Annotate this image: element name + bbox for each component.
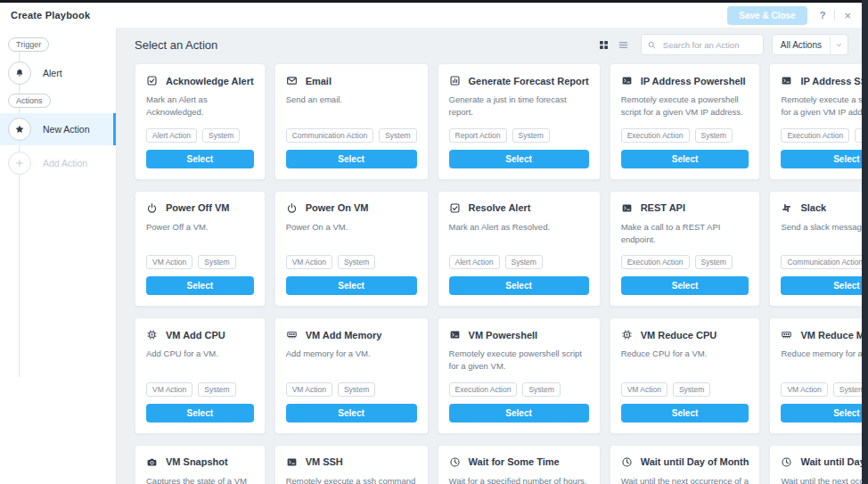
select-button[interactable]: Select (621, 150, 749, 168)
action-card-title: VM Snapshot (166, 456, 228, 467)
window-top-edge (0, 0, 868, 3)
sidebar-item-label: Alert (43, 68, 62, 78)
action-selection-panel: Select an Action All Actions (117, 28, 862, 484)
sidebar-item-alert[interactable]: Alert (0, 57, 116, 89)
action-card: Wait for Some Time Wait for a specified … (438, 445, 601, 484)
action-card-description: Remotely execute a ssh command for a giv… (781, 94, 862, 119)
select-button[interactable]: Select (286, 150, 417, 168)
action-card-tags: VM ActionSystem (781, 373, 862, 397)
tag-badge: Execution Action (621, 128, 690, 143)
power-icon (146, 202, 158, 214)
tag-badge: Report Action (449, 128, 507, 143)
action-card: Power Off VM Power Off a VM. VM ActionSy… (135, 191, 266, 308)
action-card-description: Wait until the next occurrence of a spec… (621, 475, 749, 484)
grid-view-icon[interactable] (598, 39, 610, 51)
tag-badge: System (505, 255, 543, 269)
help-button[interactable]: ? (820, 10, 826, 21)
select-button[interactable]: Select (146, 150, 254, 168)
action-card-title: Wait until Day of Month (641, 456, 749, 467)
camera-icon (146, 456, 158, 468)
action-card-description: Remotely execute a ssh command for a giv… (286, 475, 417, 484)
section-title: Select an Action (135, 38, 217, 52)
action-card-tags: Execution ActionSystem (621, 119, 749, 143)
action-card: Acknowledge Alert Mark an Alert as Ackno… (135, 63, 266, 180)
action-card-title: IP Address Powershell (641, 76, 746, 86)
action-card: Wait until Day Of Week Wait until the ne… (769, 445, 862, 484)
toolbar: All Actions (598, 34, 848, 55)
tag-badge: System (695, 255, 733, 269)
envelope-icon (286, 75, 298, 86)
action-card-tags: VM ActionSystem (146, 246, 254, 269)
select-button[interactable]: Select (286, 404, 417, 422)
action-card: REST API Make a call to a REST API endpo… (610, 191, 761, 308)
select-button[interactable]: Select (781, 404, 862, 422)
tag-badge: System (855, 128, 862, 143)
tag-badge: VM Action (146, 255, 192, 269)
bell-icon (14, 68, 25, 78)
cpu-icon (621, 329, 633, 340)
select-button[interactable]: Select (449, 404, 589, 422)
select-button[interactable]: Select (621, 276, 749, 295)
action-card-description: Mark an Alert as Resolved. (449, 221, 589, 234)
page-title: Create Playbook (11, 10, 90, 21)
power-icon (286, 202, 298, 214)
action-card-tags: Communication ActionSystem (286, 119, 417, 143)
close-icon[interactable]: × (844, 10, 851, 21)
action-card-tags: Execution ActionSystem (781, 119, 862, 143)
action-card-title: Wait for Some Time (469, 456, 560, 467)
actions-filter-dropdown[interactable]: All Actions (772, 34, 848, 55)
clock-icon (621, 456, 633, 468)
create-playbook-window: Create Playbook Save & Close ? × Trigger… (0, 0, 868, 484)
action-card: VM Snapshot Captures the state of a VM a… (135, 445, 266, 484)
action-card-title: Email (306, 76, 332, 86)
select-button[interactable]: Select (449, 150, 589, 168)
tag-badge: VM Action (286, 255, 332, 269)
select-button[interactable]: Select (621, 404, 749, 422)
list-view-icon[interactable] (618, 39, 629, 51)
action-grid: Acknowledge Alert Mark an Alert as Ackno… (135, 63, 848, 484)
action-card-title: Generate Forecast Report (469, 76, 589, 86)
report-icon (449, 75, 461, 86)
action-card-title: VM SSH (306, 456, 343, 467)
action-card-title: Slack (800, 202, 826, 213)
action-card: IP Address Powershell Remotely execute a… (610, 63, 761, 180)
terminal-icon (286, 456, 298, 468)
action-card-description: Mark an Alert as Acknowledged. (146, 94, 254, 119)
select-button[interactable]: Select (449, 276, 589, 295)
action-card-description: Remotely execute powershell script for a… (449, 348, 589, 373)
terminal-icon (621, 75, 633, 86)
search-input[interactable] (661, 39, 757, 51)
action-card-tags: Report ActionSystem (449, 119, 589, 143)
star-icon (14, 124, 25, 135)
tag-badge: System (198, 255, 235, 269)
sidebar-item-new-action[interactable]: New Action (0, 113, 116, 145)
search-icon (647, 40, 657, 50)
select-button[interactable]: Select (146, 276, 254, 295)
tag-badge: Execution Action (621, 255, 690, 269)
select-button[interactable]: Select (286, 276, 417, 295)
cpu-icon (146, 329, 158, 340)
action-card-title: VM Reduce Memory (800, 330, 862, 340)
save-close-button[interactable]: Save & Close (727, 6, 807, 25)
action-card-title: Acknowledge Alert (166, 76, 254, 86)
tag-badge: System (673, 382, 710, 397)
action-search-box[interactable] (641, 34, 764, 55)
tag-badge: Communication Action (286, 128, 374, 143)
tag-badge: VM Action (781, 382, 827, 397)
action-card-title: Power On VM (306, 202, 369, 213)
action-card-title: Power Off VM (166, 202, 230, 213)
tag-badge: System (833, 382, 862, 397)
action-card-description: Add memory for a VM. (286, 348, 417, 360)
action-card: Generate Forecast Report Generate a just… (438, 63, 601, 180)
action-card-tags: Communication ActionSystem (781, 246, 862, 269)
select-button[interactable]: Select (146, 404, 254, 422)
action-card: VM SSH Remotely execute a ssh command fo… (274, 445, 429, 484)
action-card-description: Wait until the next occurrence of a spec… (781, 475, 862, 484)
sidebar-item-add-action[interactable]: Add Action (0, 147, 116, 179)
select-button[interactable]: Select (781, 276, 862, 295)
action-card: Email Send an email. Communication Actio… (274, 63, 429, 180)
select-button[interactable]: Select (781, 150, 862, 168)
action-card-title: Wait until Day Of Week (800, 456, 862, 467)
alert-check-icon (449, 202, 461, 214)
terminal-icon (781, 75, 792, 86)
